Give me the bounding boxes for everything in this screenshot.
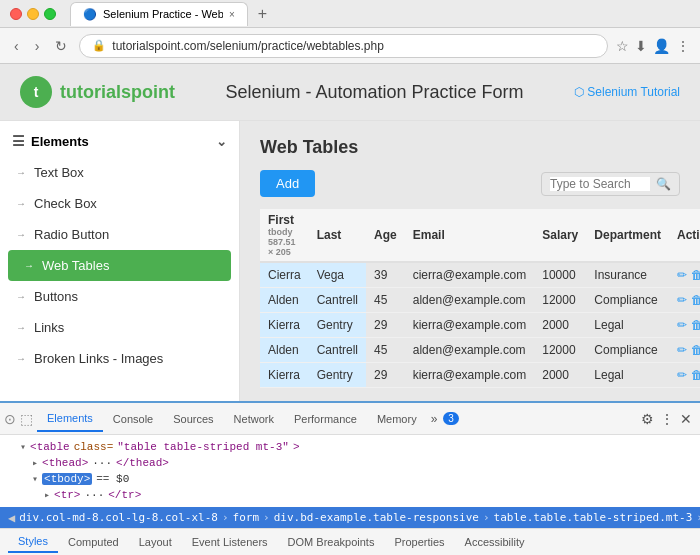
edit-icon[interactable]: ✏ xyxy=(677,318,687,332)
cell-action: ✏🗑 xyxy=(669,262,700,288)
active-tab[interactable]: 🔵 Selenium Practice - Web Tab... × xyxy=(70,2,248,26)
download-icon[interactable]: ⬇ xyxy=(635,38,647,54)
cell-action: ✏🗑 xyxy=(669,338,700,363)
tab-memory[interactable]: Memory xyxy=(367,407,427,431)
tab-console[interactable]: Console xyxy=(103,407,163,431)
tab-network[interactable]: Network xyxy=(224,407,284,431)
delete-icon[interactable]: 🗑 xyxy=(691,368,700,382)
tab-styles[interactable]: Styles xyxy=(8,531,58,553)
edit-icon[interactable]: ✏ xyxy=(677,293,687,307)
breadcrumb-div[interactable]: div.col-md-8.col-lg-8.col-xl-8 xyxy=(19,511,218,524)
tab-computed[interactable]: Computed xyxy=(58,532,129,552)
refresh-button[interactable]: ↻ xyxy=(51,36,71,56)
cell-action: ✏🗑 xyxy=(669,313,700,338)
address-bar: ‹ › ↻ 🔒 tutorialspoint.com/selenium/prac… xyxy=(0,28,700,64)
main-area: ☰ Elements ⌄ → Text Box → Check Box → Ra… xyxy=(0,121,700,401)
delete-icon[interactable]: 🗑 xyxy=(691,318,700,332)
sidebar-item-webtables[interactable]: → Web Tables xyxy=(8,250,231,281)
tab-sources[interactable]: Sources xyxy=(163,407,223,431)
edit-icon[interactable]: ✏ xyxy=(677,368,687,382)
search-input[interactable] xyxy=(550,177,650,191)
delete-icon[interactable]: 🗑 xyxy=(691,343,700,357)
expand-icon[interactable]: ▾ xyxy=(20,441,26,453)
data-table: First tbody 587.51 × 205 Last Age Email … xyxy=(260,209,700,388)
cell-first: Kierra xyxy=(260,313,309,338)
tab-layout[interactable]: Layout xyxy=(129,532,182,552)
cell-email: alden@example.com xyxy=(405,338,535,363)
tab-accessibility[interactable]: Accessibility xyxy=(455,532,535,552)
dom-line-tbody[interactable]: ▾ <tbody> == $0 xyxy=(32,471,692,487)
sidebar-item-label: Buttons xyxy=(34,289,78,304)
expand-icon[interactable]: ▸ xyxy=(44,489,50,501)
tab-elements[interactable]: Elements xyxy=(37,406,103,432)
sidebar-item-buttons[interactable]: → Buttons xyxy=(0,281,239,312)
tab-performance[interactable]: Performance xyxy=(284,407,367,431)
breadcrumb-table[interactable]: table.table.table-striped.mt-3 xyxy=(494,511,693,524)
maximize-button[interactable] xyxy=(44,8,56,20)
back-button[interactable]: ‹ xyxy=(10,36,23,56)
sidebar-item-label: Web Tables xyxy=(42,258,109,273)
close-devtools-icon[interactable]: ✕ xyxy=(680,411,692,427)
minimize-button[interactable] xyxy=(27,8,39,20)
delete-icon[interactable]: 🗑 xyxy=(691,293,700,307)
devtools-nav-arrow[interactable]: ⊙ xyxy=(4,411,16,427)
url-text: tutorialspoint.com/selenium/practice/web… xyxy=(112,39,383,53)
breadcrumb-form[interactable]: form xyxy=(233,511,260,524)
menu-icon[interactable]: ⋮ xyxy=(676,38,690,54)
cell-salary: 2000 xyxy=(534,363,586,388)
tab-event-listeners[interactable]: Event Listeners xyxy=(182,532,278,552)
cell-age: 29 xyxy=(366,363,405,388)
styles-tabs: Styles Computed Layout Event Listeners D… xyxy=(0,528,700,555)
edit-icon[interactable]: ✏ xyxy=(677,268,687,282)
cell-first: Alden xyxy=(260,338,309,363)
forward-button[interactable]: › xyxy=(31,36,44,56)
cell-email: alden@example.com xyxy=(405,288,535,313)
table-row: Alden Cantrell 45 alden@example.com 1200… xyxy=(260,338,700,363)
close-button[interactable] xyxy=(10,8,22,20)
lock-icon: 🔒 xyxy=(92,39,106,52)
search-icon[interactable]: 🔍 xyxy=(656,177,671,191)
bookmark-icon[interactable]: ☆ xyxy=(616,38,629,54)
logo-name: tutorialspoint xyxy=(60,82,175,103)
table-row: Kierra Gentry 29 kierra@example.com 2000… xyxy=(260,313,700,338)
arrow-icon: → xyxy=(16,229,26,240)
col-email: Email xyxy=(405,209,535,262)
more-tabs-button[interactable]: » xyxy=(427,406,442,432)
hamburger-icon[interactable]: ☰ xyxy=(12,133,25,149)
sidebar-item-label: Broken Links - Images xyxy=(34,351,163,366)
cell-dept: Compliance xyxy=(586,338,669,363)
more-options-icon[interactable]: ⋮ xyxy=(660,411,674,427)
profile-icon[interactable]: 👤 xyxy=(653,38,670,54)
tab-close-button[interactable]: × xyxy=(229,9,235,20)
nav-arrow-left[interactable]: ◀ xyxy=(8,511,15,525)
dom-line-thead[interactable]: ▸ <thead> ··· </thead> xyxy=(32,455,692,471)
new-tab-button[interactable]: + xyxy=(252,3,273,25)
expand-icon[interactable]: ▸ xyxy=(32,457,38,469)
sidebar-item-links[interactable]: → Links xyxy=(0,312,239,343)
url-bar[interactable]: 🔒 tutorialspoint.com/selenium/practice/w… xyxy=(79,34,608,58)
settings-icon[interactable]: ⚙ xyxy=(641,411,654,427)
dom-line-tr[interactable]: ▸ <tr> ··· </tr> xyxy=(44,487,692,503)
sidebar-item-label: Text Box xyxy=(34,165,84,180)
breadcrumb-div2[interactable]: div.bd-example.table-responsive xyxy=(274,511,479,524)
expand-icon[interactable]: ▾ xyxy=(32,473,38,485)
delete-icon[interactable]: 🗑 xyxy=(691,268,700,282)
cell-age: 45 xyxy=(366,338,405,363)
dom-line-table[interactable]: ▾ <table class="table table-striped mt-3… xyxy=(20,439,692,455)
address-icons: ☆ ⬇ 👤 ⋮ xyxy=(616,38,690,54)
sidebar-collapse-icon[interactable]: ⌄ xyxy=(216,134,227,149)
sidebar-item-radiobutton[interactable]: → Radio Button xyxy=(0,219,239,250)
tab-properties[interactable]: Properties xyxy=(384,532,454,552)
add-button[interactable]: Add xyxy=(260,170,315,197)
section-heading: Web Tables xyxy=(260,137,680,158)
sidebar-item-textbox[interactable]: → Text Box xyxy=(0,157,239,188)
sidebar-item-brokenlinks[interactable]: → Broken Links - Images xyxy=(0,343,239,374)
tab-dom-breakpoints[interactable]: DOM Breakpoints xyxy=(278,532,385,552)
devtools-inspect-icon[interactable]: ⬚ xyxy=(20,411,33,427)
edit-icon[interactable]: ✏ xyxy=(677,343,687,357)
tutorial-link[interactable]: ⬡ Selenium Tutorial xyxy=(574,85,680,99)
tutorial-link-text: ⬡ Selenium Tutorial xyxy=(574,85,680,99)
cell-salary: 2000 xyxy=(534,313,586,338)
sidebar-item-checkbox[interactable]: → Check Box xyxy=(0,188,239,219)
cell-action: ✏🗑 xyxy=(669,288,700,313)
